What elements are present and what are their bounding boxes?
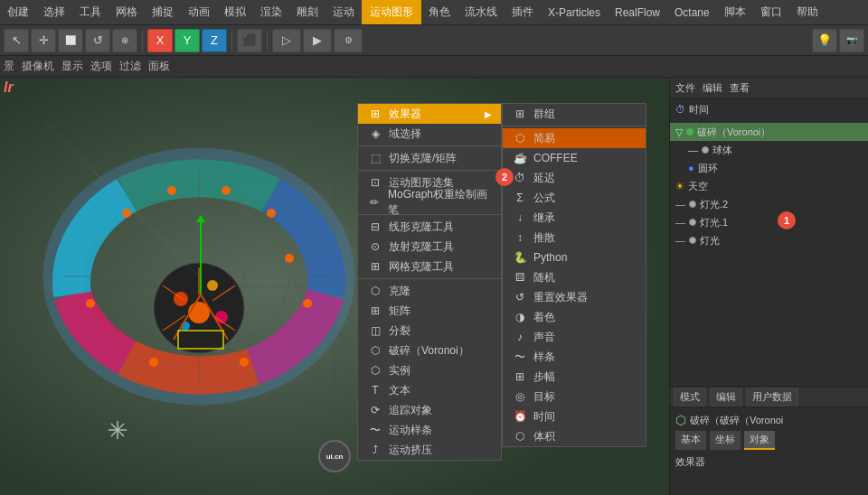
menu-realflow[interactable]: RealFlow [608,3,667,23]
effector-python[interactable]: 🐍 Python [503,248,646,267]
camera-btn[interactable]: 📷 [839,29,864,52]
menu-effector-item[interactable]: ⊞ 效果器 ▶ [358,104,501,124]
right-tab-file[interactable]: 文件 [675,81,695,95]
object-btn[interactable]: ⬛ [237,29,262,52]
svg-point-20 [149,358,158,367]
menu-select[interactable]: 选择 [36,1,72,23]
tree-item-light2[interactable]: — 灯光.2 [670,195,868,213]
light-btn[interactable]: 💡 [812,29,837,52]
menu-character[interactable]: 角色 [421,1,458,23]
tree-item-light1[interactable]: — 灯光.1 [670,213,868,231]
menu-xparticles[interactable]: X-Particles [541,3,608,23]
z-axis-btn[interactable]: Z [202,29,227,52]
effector-inherit[interactable]: ↓ 继承 [503,208,646,228]
menu-trace[interactable]: ⟳ 追踪对象 [358,400,501,420]
y-axis-btn[interactable]: Y [175,29,200,52]
menu-weight-brush[interactable]: ✏ MoGraph权重绘制画笔 [358,192,501,212]
menu-instance[interactable]: ⬡ 实例 [358,360,501,380]
menu-script[interactable]: 脚本 [717,1,753,23]
effector-shader[interactable]: ◑ 着色 [503,307,646,327]
effector-group[interactable]: ⊞ 群组 [503,104,646,124]
toolbar2: 景 摄像机 显示 选项 过滤 面板 [0,56,868,78]
menu-grid-clone[interactable]: ⊞ 网格克隆工具 [358,257,501,276]
effector-random[interactable]: ⚄ 随机 [503,267,646,287]
time-row: ⏱ 时间 [670,99,868,119]
effector-step[interactable]: ⊞ 步幅 [503,367,646,387]
toolbar2-options[interactable]: 选项 [90,59,112,74]
menu-pipeline[interactable]: 流水线 [458,1,505,23]
right-tab-view[interactable]: 查看 [730,81,750,95]
toolbar2-panel[interactable]: 面板 [148,59,170,74]
render-region-btn[interactable]: ▷ [272,29,301,52]
prop-tab-basic[interactable]: 基本 [675,431,706,450]
menu-plugin[interactable]: 插件 [505,1,541,23]
tab-user-data[interactable]: 用户数据 [746,388,798,406]
menu-clone[interactable]: ⬡ 克隆 [358,281,501,301]
effector-delay[interactable]: ⏱ 延迟 [503,168,646,188]
menu-radial-clone[interactable]: ⊙ 放射克隆工具 [358,237,501,257]
svg-point-14 [222,186,231,195]
right-tab-edit[interactable]: 编辑 [703,81,722,95]
tree-item-light[interactable]: — 灯光 [670,231,868,249]
menu-switch-clone[interactable]: ⬚ 切换克隆/矩阵 [358,148,501,168]
effector-volume[interactable]: ⬡ 体积 [503,426,646,446]
tab-edit[interactable]: 编辑 [710,388,742,406]
menu-mesh[interactable]: 网格 [108,1,145,23]
menu-mograph[interactable]: 运动图形 [362,0,421,24]
svg-point-15 [267,209,276,218]
menu-linear-clone[interactable]: ⊟ 线形克隆工具 [358,217,501,237]
menu-help[interactable]: 帮助 [789,1,826,23]
effector-time[interactable]: ⏰ 时间 [503,406,646,426]
effector-spline[interactable]: 〜 样条 [503,347,646,367]
tab-mode[interactable]: 模式 [674,388,706,406]
menu-sculpt[interactable]: 雕刻 [289,1,326,23]
prop-tab-object[interactable]: 对象 [744,431,775,450]
prop-tab-coord[interactable]: 坐标 [710,431,741,450]
effector-label-row: 效果器 [675,455,863,469]
tree-dot-light [689,237,696,244]
rotate-tool-btn[interactable]: ↺ [85,29,110,52]
effector-simple[interactable]: ⬡ 简易 [503,128,646,148]
toolbar2-filter[interactable]: 过滤 [119,59,141,74]
toolbar2-display[interactable]: 显示 [61,59,83,74]
menu-octane[interactable]: Octane [667,3,717,23]
menu-anim[interactable]: 动画 [181,1,217,23]
menu-create[interactable]: 创建 [0,1,36,23]
transform-tool-btn[interactable]: ⊕ [112,29,137,52]
selected-object-label: 破碎（破碎（Voronoi [690,414,783,427]
menu-fracture[interactable]: ◫ 分裂 [358,321,501,341]
menu-motion-extrude[interactable]: ⤴ 运动挤压 [358,440,501,460]
move-tool-btn[interactable]: ✛ [31,29,56,52]
right-panel: 文件 编辑 查看 ⏱ 时间 ▽ 破碎（Voronoi） — 球体 ● [669,78,868,495]
render-active-btn[interactable]: ▶ [303,29,332,52]
scale-tool-btn[interactable]: ⬜ [58,29,83,52]
effector-coffee[interactable]: ☕ COFFEE [503,148,646,168]
effector-push[interactable]: ↕ 推散 [503,228,646,248]
menu-render[interactable]: 渲染 [253,1,289,23]
tree-item-fracture[interactable]: ▽ 破碎（Voronoi） [670,123,868,141]
select-tool-btn[interactable]: ↖ [4,29,29,52]
effector-reset[interactable]: ↺ 重置效果器 [503,287,646,307]
menu-domain-select[interactable]: ◈ 域选择 [358,124,501,144]
delay-icon: ⏱ [512,170,528,186]
menu-sim[interactable]: 模拟 [217,1,253,23]
menu-text[interactable]: T 文本 [358,380,501,400]
effector-target[interactable]: ◎ 目标 [503,387,646,406]
menu-motion[interactable]: 运动 [326,1,362,23]
render-settings-btn[interactable]: ⚙ [334,29,363,52]
menu-matrix[interactable]: ⊞ 矩阵 [358,301,501,321]
menu-window[interactable]: 窗口 [753,1,789,23]
menu-voronoi[interactable]: ⬡ 破碎（Voronoi） [358,341,501,360]
motion-spline-icon: 〜 [367,422,383,438]
toolbar2-camera[interactable]: 摄像机 [22,59,54,74]
tree-item-sky[interactable]: ☀ 天空 [670,177,868,195]
tree-item-sphere[interactable]: — 球体 [670,141,868,159]
menu-tools[interactable]: 工具 [72,1,108,23]
x-axis-btn[interactable]: X [147,29,173,52]
menu-motion-spline[interactable]: 〜 运动样条 [358,420,501,440]
menu-snap[interactable]: 捕捉 [145,1,181,23]
tree-item-torus[interactable]: ● 圆环 [670,159,868,177]
toolbar2-view[interactable]: 景 [4,59,14,74]
effector-formula[interactable]: Σ 公式 [503,188,646,208]
effector-sound[interactable]: ♪ 声音 [503,327,646,347]
